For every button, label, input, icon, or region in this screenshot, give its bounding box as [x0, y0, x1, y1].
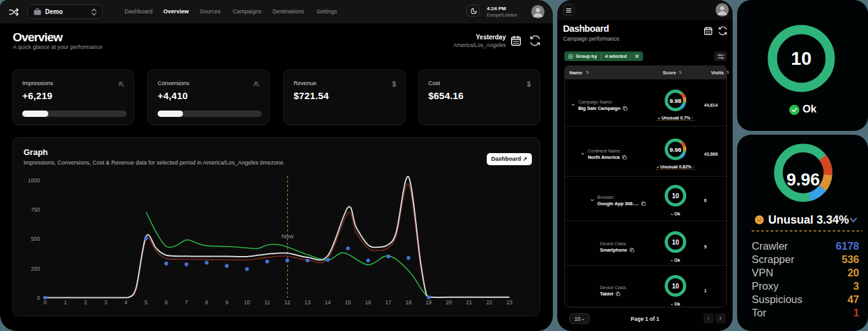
svg-text:Now: Now: [281, 233, 294, 240]
svg-text:13: 13: [304, 299, 311, 306]
svg-text:12: 12: [284, 299, 290, 306]
svg-text:18: 18: [405, 299, 412, 306]
svg-text:9: 9: [226, 299, 229, 306]
svg-text:17: 17: [385, 299, 391, 306]
svg-text:2: 2: [84, 299, 87, 306]
svg-text:1000: 1000: [28, 177, 40, 184]
svg-text:11: 11: [264, 299, 270, 306]
svg-text:750: 750: [31, 206, 40, 213]
svg-text:9.96: 9.96: [787, 170, 820, 189]
svg-text:250: 250: [31, 266, 40, 272]
svg-text:20: 20: [446, 299, 452, 306]
svg-text:8: 8: [205, 299, 208, 306]
svg-text:10: 10: [672, 239, 679, 246]
svg-text:10: 10: [791, 48, 811, 69]
svg-text:7: 7: [185, 299, 188, 306]
svg-text:6: 6: [165, 299, 168, 306]
svg-text:5: 5: [144, 299, 147, 306]
svg-text:23: 23: [506, 299, 513, 306]
svg-text:10: 10: [244, 299, 250, 306]
svg-text:0: 0: [44, 299, 47, 306]
svg-text:4: 4: [125, 299, 128, 306]
svg-text:22: 22: [486, 299, 492, 306]
svg-text:9.98: 9.98: [670, 97, 682, 104]
svg-text:0: 0: [37, 295, 40, 301]
svg-text:19: 19: [426, 299, 432, 306]
svg-text:10: 10: [672, 193, 679, 199]
svg-text:3: 3: [104, 299, 107, 306]
svg-text:10: 10: [672, 283, 679, 290]
svg-text:1: 1: [64, 299, 67, 306]
svg-text:500: 500: [31, 236, 40, 242]
svg-text:14: 14: [325, 299, 331, 306]
svg-text:9.98: 9.98: [670, 146, 682, 153]
svg-text:16: 16: [365, 299, 372, 306]
svg-text:15: 15: [345, 299, 351, 306]
svg-text:21: 21: [466, 299, 472, 306]
